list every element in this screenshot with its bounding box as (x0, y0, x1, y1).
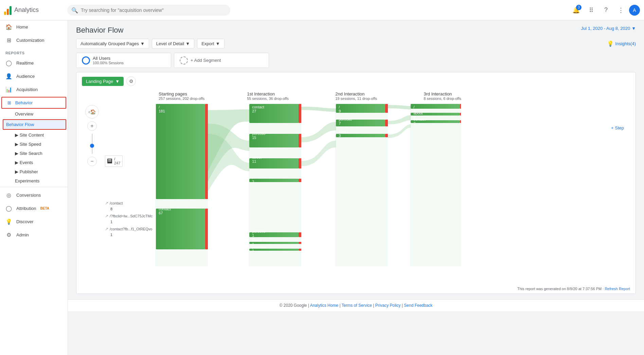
svg-rect-14 (249, 179, 299, 182)
sidebar-sub-site-content[interactable]: ▶ Site Content (0, 130, 68, 140)
sidebar-sub-experiments[interactable]: Experiments (0, 176, 68, 185)
content-area: Behavior Flow Jul 1, 2020 - Aug 8, 2020 … (68, 20, 644, 355)
sidebar-sub-site-speed[interactable]: ▶ Site Speed (0, 140, 68, 149)
date-range-arrow: ▼ (631, 26, 636, 31)
sidebar-item-realtime[interactable]: ◯ Realtime (0, 56, 68, 70)
side-entries: ↗ /contact 8 ↗ /?fbclid=lw...SdC75JcTMc … (105, 201, 153, 237)
admin-icon: ⚙ (5, 232, 12, 238)
more-button[interactable]: ⋮ (614, 3, 628, 17)
topbar-actions: 🔔 3 ⠿ ? ⋮ A (569, 3, 640, 17)
segment-add-circle (180, 56, 188, 65)
sidebar-discover-label: Discover (16, 219, 34, 224)
sidebar-realtime-label: Realtime (16, 60, 34, 66)
svg-rect-13 (299, 158, 301, 168)
sankey-svg (155, 103, 461, 280)
grouped-pages-button[interactable]: Automatically Grouped Pages ▼ (76, 39, 149, 49)
side-entry-2: ↗ /contact?fb...f1_OtREQvo (105, 227, 153, 231)
landing-page-dropdown[interactable]: Landing Page ▼ (82, 77, 124, 86)
svg-rect-29 (299, 232, 301, 237)
svg-rect-33 (299, 249, 301, 251)
sidebar-item-behavior[interactable]: ⊞ Behavior (2, 97, 66, 108)
add-step-button[interactable]: + Step (608, 125, 627, 130)
sidebar-item-acquisition[interactable]: 📊 Acquisition (0, 83, 68, 96)
svg-rect-3 (410, 103, 461, 266)
audience-icon: 👤 (5, 73, 12, 79)
side-entry-1-count: 1 (110, 220, 153, 224)
insights-button[interactable]: 💡 Insights(4) (607, 40, 636, 47)
zoom-handle[interactable] (90, 144, 94, 148)
segment-add-label: + Add Segment (191, 58, 221, 63)
svg-rect-18 (336, 120, 385, 126)
svg-rect-9 (299, 104, 301, 123)
sidebar-item-home[interactable]: 🏠 Home (0, 20, 68, 34)
zoom-in-button[interactable]: + (87, 121, 97, 131)
zoom-slider[interactable] (92, 134, 93, 154)
root-node[interactable]: / 247 (105, 155, 123, 167)
sidebar-sub-overview[interactable]: Overview (0, 109, 68, 119)
root-node-count: 247 (114, 161, 120, 165)
sidebar-item-attribution[interactable]: ◯ Attribution BETA (0, 202, 68, 215)
sidebar: 🏠 Home ⊞ Customization REPORTS ◯ Realtim… (0, 20, 68, 355)
sidebar-sub-events[interactable]: ▶ Events (0, 158, 68, 167)
sidebar-item-audience[interactable]: 👤 Audience (0, 70, 68, 83)
footer-feedback[interactable]: Send Feedback (404, 303, 432, 308)
report-info: This report was generated on 8/9/20 at 7… (76, 284, 636, 294)
level-of-detail-button[interactable]: Level of Detail ▼ (152, 39, 194, 49)
segment-add[interactable]: + Add Segment (174, 53, 269, 68)
search-area: 🔍 (67, 5, 230, 16)
page-title: Behavior Flow (76, 26, 123, 35)
footer-terms[interactable]: Terms of Service (342, 303, 372, 308)
sidebar-behavior-label: Behavior (15, 100, 33, 105)
svg-rect-8 (249, 104, 299, 123)
sidebar-item-customization[interactable]: ⊞ Customization (0, 34, 68, 47)
svg-rect-24 (411, 113, 460, 116)
svg-rect-22 (411, 104, 460, 109)
svg-rect-31 (299, 242, 301, 244)
zoom-out-button[interactable]: − (87, 157, 97, 166)
notifications-button[interactable]: 🔔 3 (569, 3, 583, 17)
sidebar-sub-site-search[interactable]: ▶ Site Search (0, 149, 68, 158)
svg-rect-15 (299, 179, 301, 182)
svg-rect-10 (249, 134, 299, 147)
footer: © 2020 Google | Analytics Home | Terms o… (68, 299, 644, 311)
svg-rect-28 (249, 232, 299, 237)
svg-rect-25 (460, 113, 461, 116)
search-input[interactable] (67, 5, 230, 16)
app-title: Analytics (14, 6, 39, 14)
sidebar-sub-behavior-flow[interactable]: Behavior Flow (3, 120, 66, 129)
settings-button[interactable]: ⚙ (126, 76, 136, 86)
footer-privacy[interactable]: Privacy Policy (375, 303, 401, 308)
segment-sub: 100.00% Sessions (93, 61, 124, 65)
sidebar-sub-publisher[interactable]: ▶ Publisher (0, 167, 68, 176)
segment-bar: All Users 100.00% Sessions + Add Segment (76, 53, 636, 68)
side-entry-0-count: 8 (110, 207, 153, 211)
conversions-icon: ◎ (5, 192, 12, 198)
sankey-area: Starting pages 257 sessions, 202 drop-of… (155, 91, 630, 280)
sidebar-item-admin[interactable]: ⚙ Admin (0, 228, 68, 242)
segment-name: All Users (93, 56, 124, 61)
nav-left-button[interactable]: ‹ 🏠 (85, 105, 99, 119)
avatar[interactable]: A (629, 5, 640, 16)
zoom-controls: ‹ 🏠 + − (82, 91, 102, 280)
footer-analytics-home[interactable]: Analytics Home (310, 303, 338, 308)
help-button[interactable]: ? (599, 3, 613, 17)
svg-rect-32 (249, 249, 299, 251)
col-header-first: 1st Interaction 55 sessions, 36 drop-off… (247, 91, 294, 101)
refresh-report-link[interactable]: Refresh Report (605, 287, 630, 291)
sidebar-customization-label: Customization (16, 38, 44, 43)
segment-all-users[interactable]: All Users 100.00% Sessions (76, 53, 171, 68)
date-range-selector[interactable]: Jul 1, 2020 - Aug 8, 2020 ▼ (581, 26, 636, 31)
realtime-icon: ◯ (5, 60, 12, 66)
sidebar-item-conversions[interactable]: ◎ Conversions (0, 189, 68, 202)
apps-button[interactable]: ⠿ (584, 3, 598, 17)
behavior-icon: ⊞ (7, 100, 11, 105)
sidebar-audience-label: Audience (16, 74, 35, 79)
export-button[interactable]: Export ▼ (197, 39, 224, 49)
root-column: / 247 ↗ /contact (102, 91, 155, 280)
svg-rect-2 (335, 103, 388, 266)
sidebar-item-discover[interactable]: 💡 Discover (0, 215, 68, 228)
root-node-label: / (114, 157, 120, 161)
side-entry-2-count: 1 (110, 233, 153, 237)
svg-rect-20 (336, 134, 385, 137)
col-header-starting: Starting pages 257 sessions, 202 drop-of… (159, 91, 206, 101)
